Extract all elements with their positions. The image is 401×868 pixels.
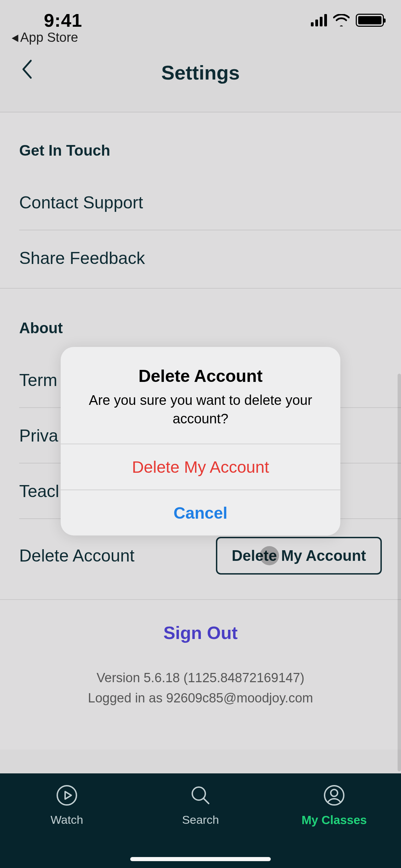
alert-cancel-button[interactable]: Cancel <box>61 490 340 535</box>
alert-delete-button[interactable]: Delete My Account <box>61 444 340 490</box>
alert-title: Delete Account <box>74 366 327 386</box>
modal-overlay[interactable]: Delete Account Are you sure you want to … <box>0 0 401 868</box>
alert-cancel-label: Cancel <box>173 504 227 522</box>
alert-body: Delete Account Are you sure you want to … <box>61 347 340 444</box>
alert-dialog: Delete Account Are you sure you want to … <box>61 347 340 535</box>
alert-delete-label: Delete My Account <box>132 458 269 477</box>
alert-message: Are you sure you want to delete your acc… <box>74 391 327 428</box>
